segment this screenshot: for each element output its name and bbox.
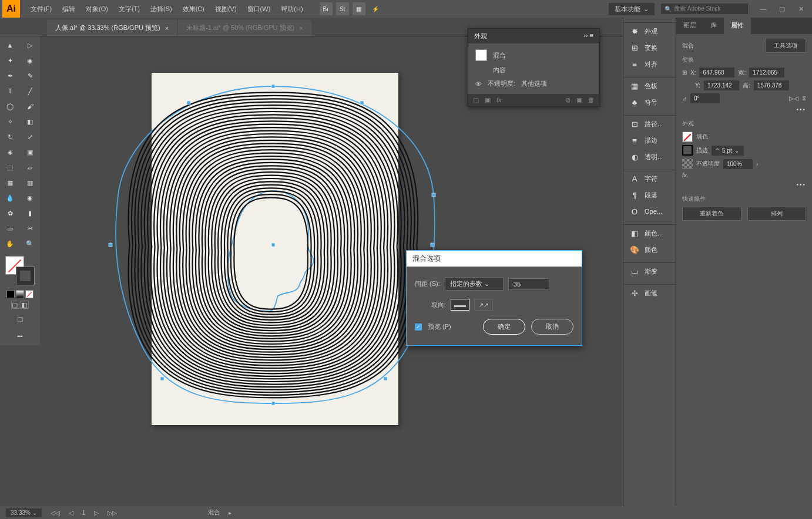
appearance-panel[interactable]: 外观 ›› ≡ 混合 内容 👁不透明度:其他选项 ▢ ▣ fx. ⊘ ▣ 🗑 <box>468 28 600 107</box>
panel-strip-Ope...[interactable]: OOpe... <box>623 203 676 220</box>
zoom-tool[interactable]: 🔍 <box>20 236 40 251</box>
edit-toolbar-button[interactable]: ••• <box>10 329 30 344</box>
panel-strip-变换[interactable]: ⊞变换 <box>623 39 676 56</box>
add-stroke-icon[interactable]: ▢ <box>473 96 479 104</box>
panel-strip-渐变[interactable]: ▭渐变 <box>623 263 676 279</box>
panel-strip-色板[interactable]: ▦色板 <box>623 77 676 94</box>
fill-swatch-prop[interactable] <box>682 132 693 142</box>
panel-strip-颜色...[interactable]: ◧颜色... <box>623 225 676 241</box>
menu-type[interactable]: 文字(T) <box>114 2 145 16</box>
panel-strip-透明...[interactable]: ◐透明... <box>623 149 676 165</box>
y-input[interactable] <box>704 80 739 90</box>
magic-wand-tool[interactable]: ✦ <box>0 53 20 68</box>
nav-first-icon[interactable]: ◁◁ <box>51 510 60 516</box>
more-appearance-icon[interactable]: ••• <box>796 181 806 188</box>
orient-align-path[interactable]: ↗↗ <box>474 299 493 311</box>
brush-tool[interactable]: 🖌 <box>20 99 40 114</box>
rotate-tool[interactable]: ↻ <box>0 129 20 144</box>
delete-icon[interactable]: 🗑 <box>588 96 595 104</box>
preview-checkbox[interactable]: ✓ <box>415 323 422 331</box>
gpu-toggle-icon[interactable]: ⚡ <box>369 2 382 15</box>
menu-select[interactable]: 选择(S) <box>146 2 177 16</box>
rotate-input[interactable] <box>690 93 720 103</box>
panel-strip-路径...[interactable]: ⊡路径... <box>623 116 676 132</box>
minimize-button[interactable]: — <box>754 2 772 16</box>
gradient-swatch[interactable] <box>16 290 24 298</box>
doc-tab-2[interactable]: 未标题-1.ai* @ 50% (RGB/GPU 预览) × <box>178 20 311 36</box>
search-stock-input[interactable]: 🔍 搜索 Adobe Stock <box>660 3 749 15</box>
arrange-docs-icon[interactable]: ▦ <box>353 2 365 15</box>
menu-view[interactable]: 视图(V) <box>210 2 241 16</box>
panel-strip-描边[interactable]: ≡描边 <box>623 132 676 149</box>
perspective-tool[interactable]: ▱ <box>20 160 40 175</box>
symbol-sprayer-tool[interactable]: ✿ <box>0 205 20 221</box>
lasso-tool[interactable]: ◉ <box>20 53 40 68</box>
tab-libraries[interactable]: 库 <box>703 18 724 34</box>
free-transform-tool[interactable]: ▣ <box>20 144 40 160</box>
selection-tool[interactable]: ▲ <box>0 38 20 53</box>
appearance-panel-header[interactable]: 外观 ›› ≡ <box>468 29 599 43</box>
h-input[interactable] <box>754 80 789 90</box>
panel-strip-符号[interactable]: ♣符号 <box>623 94 676 110</box>
tab-properties[interactable]: 属性 <box>724 18 751 34</box>
blend-artwork[interactable] <box>102 77 445 412</box>
nav-prev-icon[interactable]: ◁ <box>69 510 73 516</box>
maximize-button[interactable]: ▢ <box>773 2 791 16</box>
none-swatch[interactable] <box>25 290 33 298</box>
menu-effect[interactable]: 效果(C) <box>178 2 209 16</box>
panel-strip-对齐[interactable]: ≡对齐 <box>623 56 676 72</box>
tab-layers[interactable]: 图层 <box>676 18 703 34</box>
flip-v-icon[interactable]: ⧖ <box>802 95 806 102</box>
black-swatch[interactable] <box>6 290 15 298</box>
width-tool[interactable]: ◈ <box>0 144 20 160</box>
opacity-swatch[interactable] <box>682 159 693 169</box>
panel-strip-段落[interactable]: ¶段落 <box>623 187 676 203</box>
fill-stroke-swatch[interactable] <box>5 256 35 285</box>
cancel-button[interactable]: 取消 <box>531 319 573 335</box>
type-tool[interactable]: T <box>0 83 20 99</box>
clear-icon[interactable]: ⊘ <box>565 96 571 104</box>
menu-help[interactable]: 帮助(H) <box>276 2 307 16</box>
orient-align-page[interactable]: ▬▬ <box>451 299 469 311</box>
reference-point-icon[interactable]: ⊞ <box>682 69 687 76</box>
panel-strip-字符[interactable]: A字符 <box>623 170 676 187</box>
drawing-mode-normal[interactable]: ▢ <box>11 301 19 309</box>
direct-selection-tool[interactable]: ▷ <box>20 38 40 53</box>
stroke-swatch[interactable] <box>16 267 35 285</box>
visibility-icon[interactable]: 👁 <box>475 80 482 87</box>
workspace-selector[interactable]: 基本功能 ⌄ <box>609 3 655 15</box>
add-effect-icon[interactable]: fx. <box>496 96 504 104</box>
doc-tab-1[interactable]: 人像.ai* @ 33.33% (RGB/GPU 预览) × <box>47 20 177 36</box>
line-tool[interactable]: ╱ <box>20 83 40 99</box>
blend-swatch[interactable] <box>475 49 487 61</box>
pen-tool[interactable]: ✒ <box>0 68 20 83</box>
close-tab-icon[interactable]: × <box>165 25 169 32</box>
panel-strip-外观[interactable]: ✸外观 <box>623 23 676 39</box>
shape-builder-tool[interactable]: ⬚ <box>0 160 20 175</box>
panel-strip-画笔[interactable]: ✢画笔 <box>623 285 676 301</box>
menu-window[interactable]: 窗口(W) <box>243 2 276 16</box>
more-transform-icon[interactable]: ••• <box>796 106 806 113</box>
spacing-value-input[interactable] <box>508 278 549 290</box>
nav-last-icon[interactable]: ▷▷ <box>108 510 117 516</box>
ellipse-tool[interactable]: ◯ <box>0 99 20 114</box>
slice-tool[interactable]: ✂ <box>20 221 40 236</box>
panel-strip-颜色[interactable]: 🎨颜色 <box>623 241 676 258</box>
hand-tool[interactable]: ✋ <box>0 236 20 251</box>
fx-icon[interactable]: fx. <box>682 172 689 178</box>
opacity-value[interactable]: 其他选项 <box>521 79 547 88</box>
panel-menu-icon[interactable]: ›› ≡ <box>583 32 593 41</box>
status-menu-icon[interactable]: ▸ <box>229 510 231 516</box>
drawing-mode-behind[interactable]: ◧ <box>21 301 29 309</box>
w-input[interactable] <box>749 68 784 77</box>
arrange-button[interactable]: 排列 <box>747 207 807 221</box>
blend-tool[interactable]: ◉ <box>20 190 40 205</box>
spacing-mode-select[interactable]: 指定的步数 ⌄ <box>445 277 504 291</box>
x-input[interactable] <box>699 68 734 77</box>
opacity-input[interactable]: 100% <box>723 159 753 169</box>
eraser-tool[interactable]: ◧ <box>20 114 40 129</box>
screen-mode-button[interactable]: ▢ <box>10 311 30 326</box>
add-fill-icon[interactable]: ▣ <box>485 96 491 104</box>
tool-options-button[interactable]: 工具选项 <box>765 39 806 53</box>
menu-edit[interactable]: 编辑 <box>58 2 80 16</box>
